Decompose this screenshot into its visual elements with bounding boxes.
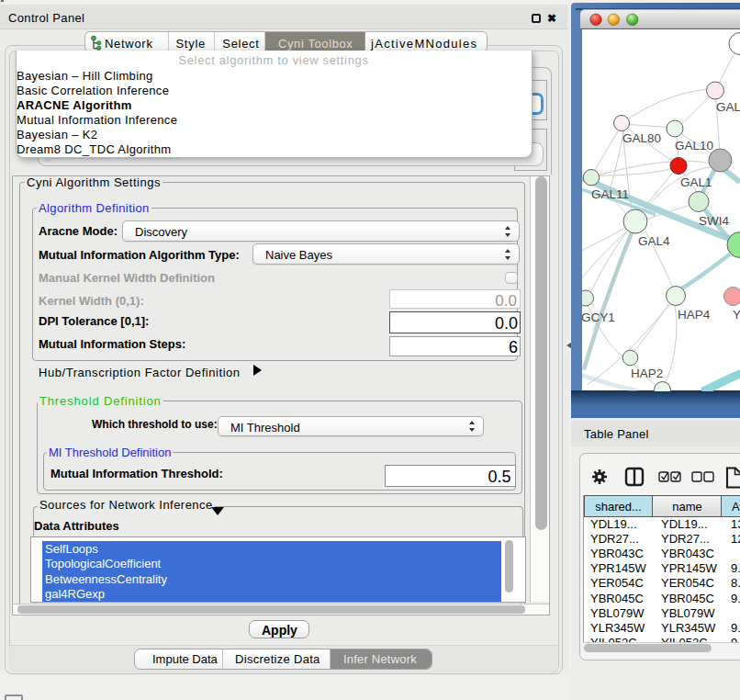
svg-text:GAL1: GAL1 <box>680 175 712 189</box>
svg-text:GCY1: GCY1 <box>582 310 615 323</box>
svg-text:GAL4: GAL4 <box>638 233 670 247</box>
svg-text:GAL7: GAL7 <box>716 99 740 113</box>
svg-text:GAL10: GAL10 <box>675 138 713 152</box>
svg-text:HAP4: HAP4 <box>678 307 711 321</box>
svg-text:GAL11: GAL11 <box>591 186 629 200</box>
svg-text:GAL80: GAL80 <box>622 130 661 144</box>
svg-text:YM: YM <box>733 307 740 321</box>
svg-text:HAP2: HAP2 <box>631 366 663 379</box>
svg-text:SWI4: SWI4 <box>699 213 729 227</box>
